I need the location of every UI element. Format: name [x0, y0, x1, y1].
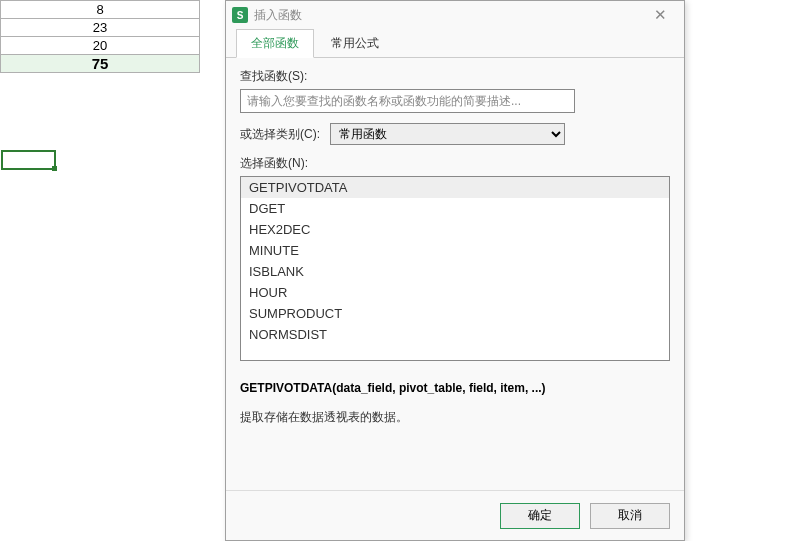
insert-function-dialog: S 插入函数 ✕ 全部函数 常用公式 查找函数(S): 或选择类别(C): 常用…: [225, 0, 685, 541]
function-item[interactable]: HOUR: [241, 282, 669, 303]
close-button[interactable]: ✕: [642, 3, 678, 27]
tab-all-functions[interactable]: 全部函数: [236, 29, 314, 58]
spreadsheet-grid[interactable]: 8 23 20 75: [0, 0, 200, 73]
function-list[interactable]: GETPIVOTDATA DGET HEX2DEC MINUTE ISBLANK…: [240, 176, 670, 361]
close-icon: ✕: [654, 6, 667, 24]
function-syntax: GETPIVOTDATA(data_field, pivot_table, fi…: [240, 381, 670, 395]
select-function-label: 选择函数(N):: [240, 155, 670, 172]
cell[interactable]: 20: [1, 37, 200, 55]
cell[interactable]: 23: [1, 19, 200, 37]
category-label: 或选择类别(C):: [240, 126, 320, 143]
function-item[interactable]: DGET: [241, 198, 669, 219]
category-select[interactable]: 常用函数: [330, 123, 565, 145]
search-input[interactable]: [240, 89, 575, 113]
function-item[interactable]: NORMSDIST: [241, 324, 669, 345]
app-icon: S: [232, 7, 248, 23]
cell-selection-indicator: [1, 150, 56, 170]
cell-total[interactable]: 75: [1, 55, 200, 73]
dialog-footer: 确定 取消: [226, 490, 684, 540]
cancel-button[interactable]: 取消: [590, 503, 670, 529]
tab-common-formulas[interactable]: 常用公式: [316, 29, 394, 57]
function-description: 提取存储在数据透视表的数据。: [240, 409, 670, 426]
cell[interactable]: 8: [1, 1, 200, 19]
dialog-content: 查找函数(S): 或选择类别(C): 常用函数 选择函数(N): GETPIVO…: [226, 58, 684, 436]
function-item[interactable]: GETPIVOTDATA: [241, 177, 669, 198]
search-label: 查找函数(S):: [240, 68, 670, 85]
tab-bar: 全部函数 常用公式: [226, 29, 684, 58]
function-item[interactable]: MINUTE: [241, 240, 669, 261]
function-item[interactable]: ISBLANK: [241, 261, 669, 282]
ok-button[interactable]: 确定: [500, 503, 580, 529]
dialog-title: 插入函数: [254, 7, 642, 24]
dialog-titlebar: S 插入函数 ✕: [226, 1, 684, 29]
function-item[interactable]: HEX2DEC: [241, 219, 669, 240]
function-item[interactable]: SUMPRODUCT: [241, 303, 669, 324]
